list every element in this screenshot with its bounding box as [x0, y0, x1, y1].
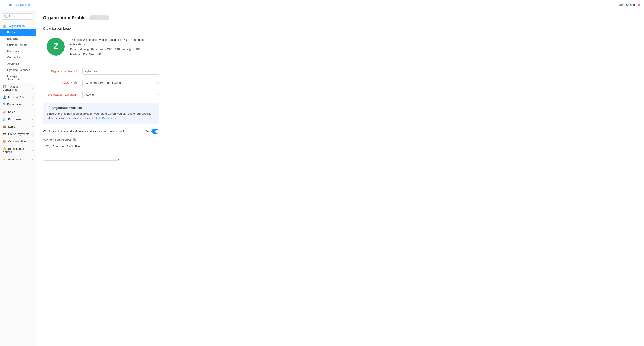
users-icon: 👤: [3, 96, 6, 99]
address-info-title: 📄 Organization Address: [47, 106, 156, 110]
org-name-field-wrap: [82, 68, 160, 74]
yes-label: Yes: [145, 130, 150, 133]
header-badge: ············: [89, 16, 109, 20]
location-row: Organization Location* Kuwait United Sta…: [43, 91, 160, 98]
chevron-right-icon2: ›: [32, 96, 33, 98]
sidebar-section-preferences: ⚙Preferences ›: [0, 101, 36, 108]
sidebar-item-automation[interactable]: ⚡Automation ›: [0, 156, 36, 163]
sidebar-section-items: 📦Items ›: [0, 123, 36, 130]
sidebar-item-profile[interactable]: Profile: [0, 29, 36, 36]
page-title: Organization Profile: [43, 15, 86, 20]
location-field-wrap: Kuwait United States United Kingdom Indi…: [82, 91, 160, 98]
address-info-box: 📄 Organization Address Since Branches ha…: [43, 103, 160, 124]
stub-address-help-icon[interactable]: ?: [73, 138, 76, 141]
sidebar-item-approvals[interactable]: Approvals: [0, 61, 36, 67]
reminders-icon: 🔔: [3, 147, 6, 150]
payment-stub-toggle-row: Would you like to add a different addres…: [43, 129, 160, 134]
chevron-right-icon7: ›: [32, 133, 33, 135]
org-name-input[interactable]: [82, 68, 160, 74]
sidebar-item-branding[interactable]: Branding: [0, 36, 36, 42]
toggle-right: Yes: [145, 129, 160, 134]
items-icon: 📦: [3, 125, 6, 128]
sidebar-section-online-payments: 💳Online Payments ›: [0, 130, 36, 138]
sidebar-item-reminders[interactable]: 🔔Reminders & Notifica... ›: [0, 145, 36, 156]
sales-label: Sales: [8, 110, 15, 114]
sidebar-item-currencies[interactable]: Currencies: [0, 54, 36, 61]
preferences-label: Preferences: [7, 103, 22, 106]
main-content: Organization Profile ············ Organi…: [36, 10, 644, 346]
users-label: Users & Roles: [8, 96, 26, 99]
chevron-right-icon5: ›: [32, 118, 33, 120]
delete-logo-icon[interactable]: 🗑: [144, 55, 148, 58]
taxes-icon: 📋: [3, 85, 6, 88]
items-label: Items: [8, 125, 15, 128]
close-settings-button[interactable]: Close Settings ✕: [618, 3, 640, 7]
address-info-icon: 📄: [47, 106, 50, 110]
sidebar-item-manage-subscription[interactable]: Manage Subscription: [0, 73, 36, 83]
sidebar-item-online-payments[interactable]: 💳Online Payments ›: [0, 130, 36, 138]
location-select[interactable]: Kuwait United States United Kingdom Indi…: [82, 91, 160, 98]
industry-help-icon[interactable]: ?: [74, 81, 77, 84]
logo-info-main: This logo will be displayed in transacti…: [70, 38, 147, 46]
stub-address-textarea[interactable]: 32, Arabian Gulf Road: [43, 143, 119, 160]
close-settings-label: Close Settings: [618, 3, 636, 6]
sidebar-item-users[interactable]: 👤Users & Roles ›: [0, 94, 36, 100]
sidebar-item-sales[interactable]: 📈Sales ›: [0, 108, 36, 115]
purchases-icon: 🛒: [3, 118, 6, 121]
automation-icon: ⚡: [3, 158, 6, 161]
sidebar-section-customisation: 🎨Customisation ›: [0, 138, 36, 145]
chevron-right-icon6: ›: [32, 126, 33, 128]
back-to-all-settings[interactable]: Back to All Settings: [4, 3, 31, 7]
address-info-description: Since Branches has been enabled for your…: [47, 112, 156, 120]
logo-section-title: Organization Logo: [43, 27, 637, 30]
go-to-branches-link[interactable]: Go to Branches ›: [94, 117, 116, 120]
customisation-icon: 🎨: [3, 140, 6, 143]
sidebar-section-users: 👤Users & Roles ›: [0, 94, 36, 100]
org-name-row: Organization Name*: [43, 68, 160, 74]
sidebar-item-custom-domain[interactable]: Custom Domain: [0, 42, 36, 48]
purchases-label: Purchases: [8, 118, 21, 121]
automation-label: Automation: [8, 158, 22, 161]
sidebar-item-preferences[interactable]: ⚙Preferences ›: [0, 101, 36, 108]
logo-section: Organization Logo Z This logo will be di…: [43, 27, 637, 61]
org-name-label: Organization Name*: [43, 70, 79, 73]
sidebar-item-purchases[interactable]: 🛒Purchases ›: [0, 116, 36, 123]
sidebar-org-label: Organization: [9, 24, 25, 28]
sidebar-section-taxes: 📋Taxes & Compliance ›: [0, 83, 36, 93]
sidebar-item-opening-balances[interactable]: Opening Balances: [0, 67, 36, 73]
logo-info: This logo will be displayed in transacti…: [70, 38, 147, 58]
sales-icon: 📈: [3, 110, 6, 114]
payment-stub-toggle[interactable]: [151, 129, 160, 134]
org-logo-preview[interactable]: Z: [47, 38, 65, 56]
logo-info-size: Maximum File Size: 1MB: [70, 52, 147, 57]
industry-field-wrap: Consumer Packaged Goods Technology Healt…: [82, 79, 160, 86]
org-sub-items: Profile Branding Custom Domain Branches …: [0, 29, 36, 83]
industry-label: Industry* ?: [43, 81, 79, 84]
close-x-icon: ✕: [638, 3, 640, 7]
sidebar-item-items[interactable]: 📦Items ›: [0, 123, 36, 130]
sidebar-item-branches[interactable]: Branches: [0, 48, 36, 54]
form-section: Organization Name* Industry* ? Consumer …: [43, 68, 160, 98]
online-payments-label: Online Payments: [8, 132, 29, 136]
industry-select[interactable]: Consumer Packaged Goods Technology Healt…: [82, 79, 160, 86]
chevron-right-icon8: ›: [32, 140, 33, 143]
chevron-right-icon: ›: [32, 87, 33, 89]
search-box: 🔍: [2, 14, 33, 20]
stub-address-label: Payment Stub Address ?: [43, 138, 119, 141]
sidebar-item-organization[interactable]: 🏢 Organization ▾: [0, 22, 36, 29]
sidebar-item-taxes[interactable]: 📋Taxes & Compliance ›: [0, 83, 36, 93]
sidebar-item-customisation[interactable]: 🎨Customisation ›: [0, 138, 36, 145]
online-payments-icon: 💳: [3, 132, 6, 136]
sidebar-section-reminders: 🔔Reminders & Notifica... ›: [0, 145, 36, 156]
sidebar-section-automation: ⚡Automation ›: [0, 156, 36, 163]
preferences-icon: ⚙: [3, 103, 5, 106]
chevron-right-icon3: ›: [32, 103, 33, 106]
search-icon: 🔍: [4, 15, 8, 18]
customisation-label: Customisation: [8, 140, 26, 143]
sidebar-section-organization: 🏢 Organization ▾ Profile Branding Custom…: [0, 22, 36, 83]
stub-address-section: Payment Stub Address ? 32, Arabian Gulf …: [43, 138, 119, 161]
logo-info-dimensions: Preferred Image Dimensions: 240 × 240 pi…: [70, 47, 147, 52]
payment-stub-question: Would you like to add a different addres…: [43, 130, 124, 133]
sidebar: 🔍 🏢 Organization ▾ Profile Branding Cust…: [0, 10, 36, 346]
logo-box: Z This logo will be displayed in transac…: [43, 34, 150, 61]
